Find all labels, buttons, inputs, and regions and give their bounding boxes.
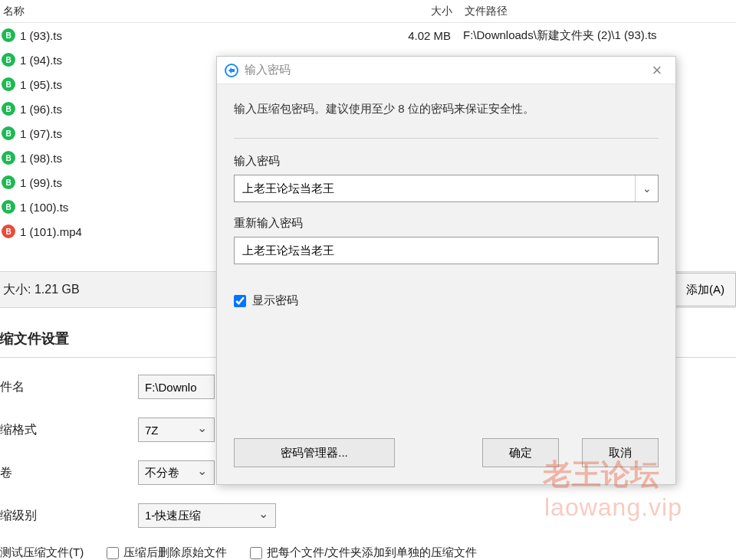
file-icon: B: [2, 53, 15, 67]
delete-after-checkbox[interactable]: [107, 547, 119, 559]
total-size-text: 大小: 1.21 GB: [3, 282, 80, 298]
file-icon: B: [2, 77, 15, 91]
password-input[interactable]: [235, 175, 635, 201]
level-label: 缩级别: [0, 508, 138, 524]
delete-after-option[interactable]: 压缩后删除原始文件: [107, 545, 227, 560]
test-archive-label: 测试压缩文件(T): [0, 545, 84, 560]
level-select[interactable]: [138, 503, 276, 528]
file-size: 4.02 MB: [397, 29, 458, 42]
format-label: 缩格式: [0, 422, 138, 438]
file-path: F:\Downloads\新建文件夹 (2)\1 (93).ts: [458, 28, 736, 43]
password-label: 输入密码: [234, 154, 659, 169]
format-select[interactable]: [138, 418, 215, 442]
password-dialog: 输入密码 × 输入压缩包密码。建议使用至少 8 位的密码来保证安全性。 输入密码…: [216, 56, 676, 485]
confirm-password-label: 重新输入密码: [234, 216, 659, 231]
file-icon: B: [2, 28, 15, 42]
close-icon[interactable]: ×: [646, 60, 668, 81]
volume-select[interactable]: [138, 460, 215, 485]
show-password-option[interactable]: 显示密码: [234, 293, 659, 308]
cancel-button[interactable]: 取消: [582, 438, 659, 467]
file-icon: B: [2, 175, 15, 189]
options-row: 测试压缩文件(T) 压缩后删除原始文件 把每个文件/文件夹添加到单独的压缩文件: [0, 545, 477, 560]
column-size[interactable]: 大小: [399, 5, 460, 18]
dialog-titlebar[interactable]: 输入密码 ×: [217, 57, 675, 84]
dialog-body: 输入压缩包密码。建议使用至少 8 位的密码来保证安全性。 输入密码 ⌄ 重新输入…: [217, 84, 675, 438]
ok-button[interactable]: 确定: [482, 438, 559, 467]
separate-archive-checkbox[interactable]: [250, 547, 262, 559]
app-icon: [225, 64, 238, 77]
divider: [234, 138, 659, 139]
separate-archive-option[interactable]: 把每个文件/文件夹添加到单独的压缩文件: [250, 545, 477, 560]
dialog-buttons: 密码管理器... 确定 取消: [217, 438, 675, 484]
chevron-down-icon[interactable]: ⌄: [635, 175, 658, 201]
dialog-prompt: 输入压缩包密码。建议使用至少 8 位的密码来保证安全性。: [234, 100, 659, 118]
column-name[interactable]: 名称: [0, 5, 399, 18]
confirm-password-input[interactable]: [234, 237, 659, 264]
show-password-checkbox[interactable]: [234, 295, 246, 307]
file-list-header: 名称 大小 文件路径: [0, 0, 736, 23]
password-manager-button[interactable]: 密码管理器...: [234, 438, 395, 467]
filename-label: 件名: [0, 379, 138, 395]
file-icon: B: [2, 126, 15, 140]
filename-input[interactable]: [138, 375, 215, 399]
file-icon: B: [2, 224, 15, 238]
file-icon: B: [2, 102, 15, 116]
add-button[interactable]: 添加(A): [675, 273, 736, 306]
file-icon: B: [2, 200, 15, 214]
file-row[interactable]: B1 (93).ts4.02 MBF:\Downloads\新建文件夹 (2)\…: [0, 23, 736, 47]
column-path[interactable]: 文件路径: [460, 5, 736, 18]
file-name: 1 (93).ts: [20, 29, 397, 42]
dialog-title: 输入密码: [245, 63, 646, 77]
password-combo[interactable]: ⌄: [234, 175, 659, 202]
file-icon: B: [2, 151, 15, 165]
volume-label: 卷: [0, 465, 138, 481]
